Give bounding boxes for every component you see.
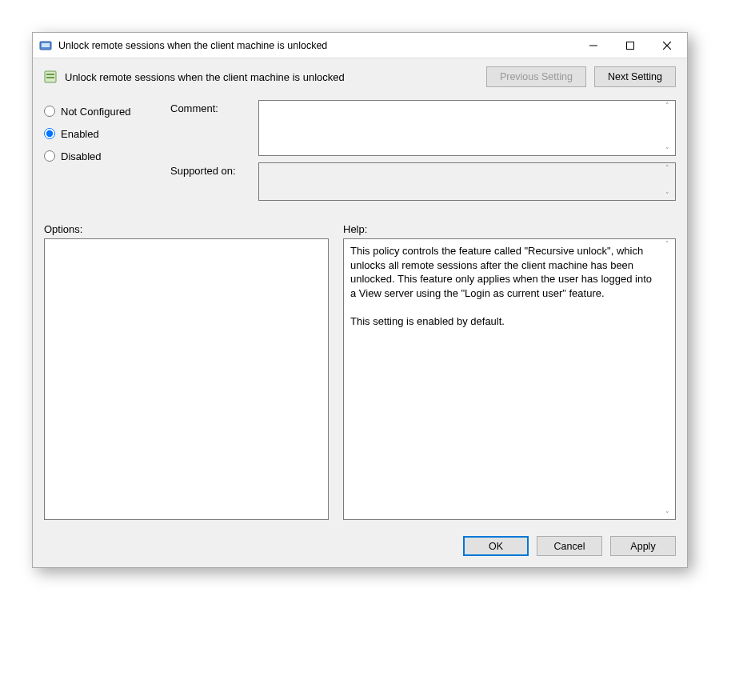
window-title: Unlock remote sessions when the client m… [58, 40, 575, 51]
help-label: Help: [343, 223, 367, 235]
next-setting-button[interactable]: Next Setting [594, 66, 676, 87]
dialog-window: Unlock remote sessions when the client m… [32, 32, 688, 568]
window-controls [575, 34, 685, 58]
radio-not-configured-input[interactable] [44, 106, 55, 117]
radio-label: Disabled [61, 150, 102, 162]
state-radio-group: Not Configured Enabled Disabled [44, 100, 170, 207]
svg-rect-8 [46, 77, 54, 78]
apply-button[interactable]: Apply [610, 536, 676, 556]
radio-enabled-input[interactable] [44, 128, 55, 139]
options-label: Options: [44, 223, 329, 235]
help-pane: This policy controls the feature called … [343, 238, 676, 520]
maximize-button[interactable] [612, 34, 649, 58]
close-button[interactable] [649, 34, 685, 58]
radio-not-configured[interactable]: Not Configured [44, 100, 170, 122]
svg-rect-7 [46, 74, 54, 75]
scroll-up-icon: ˄ [661, 240, 674, 248]
svg-rect-1 [42, 43, 50, 47]
ok-button[interactable]: OK [463, 536, 529, 556]
cancel-button[interactable]: Cancel [537, 536, 602, 556]
help-text: This policy controls the feature called … [350, 245, 655, 327]
footer-buttons: OK Cancel Apply [33, 530, 687, 567]
scrollbar[interactable]: ˄ ˅ [661, 164, 674, 199]
radio-disabled[interactable]: Disabled [44, 145, 170, 167]
options-pane [44, 238, 329, 520]
title-bar: Unlock remote sessions when the client m… [33, 33, 687, 58]
scroll-up-icon: ˄ [661, 102, 674, 110]
radio-disabled-input[interactable] [44, 150, 55, 162]
app-icon [39, 39, 52, 52]
comment-label: Comment: [170, 100, 258, 114]
radio-label: Enabled [61, 128, 99, 140]
radio-enabled[interactable]: Enabled [44, 122, 170, 145]
panes-row: This policy controls the feature called … [33, 238, 687, 530]
radio-label: Not Configured [61, 106, 130, 118]
header-row: Unlock remote sessions when the client m… [33, 58, 687, 95]
pane-labels: Options: Help: [33, 207, 687, 238]
settings-grid: Not Configured Enabled Disabled Comment:… [33, 95, 687, 207]
scrollbar[interactable]: ˄ ˅ [661, 240, 674, 518]
scroll-up-icon: ˄ [661, 164, 674, 172]
policy-title: Unlock remote sessions when the client m… [65, 71, 478, 83]
comment-textarea[interactable]: ˄ ˅ [258, 100, 676, 156]
scroll-down-icon: ˅ [661, 191, 674, 199]
svg-rect-3 [627, 42, 634, 49]
supported-on-textarea: ˄ ˅ [258, 162, 676, 201]
supported-on-label: Supported on: [170, 162, 258, 177]
scrollbar[interactable]: ˄ ˅ [661, 102, 674, 154]
previous-setting-button[interactable]: Previous Setting [486, 66, 586, 87]
help-wrap: This policy controls the feature called … [343, 238, 676, 520]
policy-icon [44, 70, 57, 83]
scroll-down-icon: ˅ [661, 146, 674, 154]
minimize-button[interactable] [575, 34, 612, 58]
scroll-down-icon: ˅ [661, 510, 674, 518]
